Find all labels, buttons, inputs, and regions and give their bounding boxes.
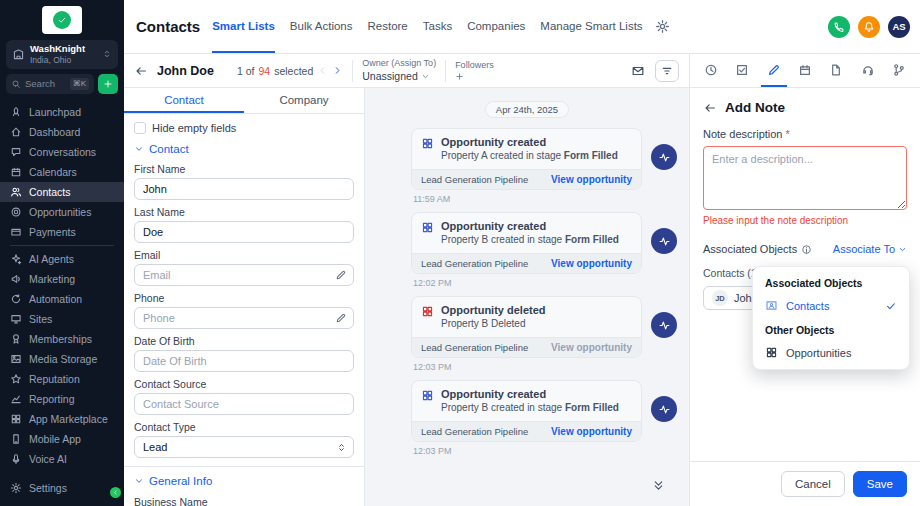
pager-count[interactable]: 94: [258, 65, 270, 77]
date-of-birth-input[interactable]: [134, 350, 354, 372]
sidebar-item-dashboard[interactable]: Dashboard: [0, 122, 124, 142]
sidebar-item-voice-ai[interactable]: Voice AI: [0, 449, 124, 469]
tab-restore[interactable]: Restore: [367, 0, 407, 53]
section-label: Contact: [149, 143, 189, 155]
smart-lists-settings-icon[interactable]: [655, 19, 670, 34]
record-area: John Doe 1 of 94 selected Owner (Assign …: [124, 54, 690, 506]
next-record-icon[interactable]: [332, 65, 343, 76]
notifications-button[interactable]: [858, 16, 880, 38]
quick-add-button[interactable]: [98, 74, 118, 94]
sidebar-item-conversations[interactable]: Conversations: [0, 142, 124, 162]
tab-history[interactable]: [698, 54, 724, 87]
save-button[interactable]: Save: [853, 471, 907, 497]
owner-select[interactable]: Owner (Assign To) Unassigned: [362, 58, 436, 82]
email-input[interactable]: [134, 264, 354, 286]
sidebar-item-reputation[interactable]: Reputation: [0, 369, 124, 389]
tab-bulk-actions[interactable]: Bulk Actions: [290, 0, 353, 53]
sidebar-item-memberships[interactable]: Memberships: [0, 329, 124, 349]
sidebar-item-media-storage[interactable]: Media Storage: [0, 349, 124, 369]
sidebar-item-opportunities[interactable]: Opportunities: [0, 202, 124, 222]
view-opportunity-link[interactable]: View opportunity: [551, 258, 632, 269]
general-info-section-toggle[interactable]: General Info: [134, 475, 354, 487]
sidebar-item-ai-agents[interactable]: AI Agents: [0, 249, 124, 269]
search-icon: [11, 79, 21, 89]
hide-empty-toggle[interactable]: Hide empty fields: [134, 122, 354, 134]
tab-company[interactable]: Company: [244, 88, 364, 113]
sidebar-item-launchpad[interactable]: Launchpad: [0, 102, 124, 122]
field-last-name: Last Name: [134, 206, 354, 243]
tab-tasks[interactable]: Tasks: [423, 0, 452, 53]
sidebar-item-mobile-app[interactable]: Mobile App: [0, 429, 124, 449]
field-label: Contact Type: [134, 421, 354, 433]
dropdown-item-contacts[interactable]: Contacts: [753, 293, 909, 318]
email-icon[interactable]: [631, 64, 645, 78]
gear-icon: [10, 482, 22, 494]
user-avatar[interactable]: AS: [888, 16, 910, 38]
sidebar-nav: LaunchpadDashboardConversationsCalendars…: [0, 100, 124, 478]
tab-notes[interactable]: [761, 54, 787, 87]
tab-contact[interactable]: Contact: [124, 88, 244, 113]
tab-support[interactable]: [855, 54, 881, 87]
sidebar-item-sites[interactable]: Sites: [0, 309, 124, 329]
tab-smart-lists[interactable]: Smart Lists: [212, 0, 275, 53]
event-subtitle: Property B created in stage Form Filled: [441, 402, 619, 413]
hide-empty-checkbox[interactable]: [134, 122, 146, 134]
event-title: Opportunity created: [441, 220, 619, 232]
back-icon[interactable]: [134, 64, 148, 78]
tab-documents[interactable]: [823, 54, 849, 87]
event-pipeline: Lead Generation Pipeline: [421, 342, 528, 353]
note-back-icon[interactable]: [703, 101, 717, 115]
cancel-button[interactable]: Cancel: [781, 471, 845, 497]
event-time: 12:03 PM: [413, 446, 642, 456]
followers-control[interactable]: Followers: [455, 60, 494, 80]
tab-connections[interactable]: [886, 54, 912, 87]
view-opportunity-link[interactable]: View opportunity: [551, 342, 632, 353]
sidebar-item-calendars[interactable]: Calendars: [0, 162, 124, 182]
workspace-switcher[interactable]: WashKnight India, Ohio: [6, 40, 118, 69]
view-opportunity-link[interactable]: View opportunity: [551, 426, 632, 437]
sidebar-item-payments[interactable]: Payments: [0, 222, 124, 242]
edit-pencil-icon[interactable]: [335, 312, 347, 324]
event-subtitle: Property B Deleted: [441, 318, 546, 329]
contact-source-input[interactable]: [134, 393, 354, 415]
agency-logo[interactable]: [42, 6, 82, 34]
tab-tasks[interactable]: [729, 54, 755, 87]
sidebar-item-label: Voice AI: [29, 453, 67, 465]
contact-type-select[interactable]: Lead: [134, 436, 354, 458]
sidebar-item-app-marketplace[interactable]: App Marketplace: [0, 409, 124, 429]
first-name-input[interactable]: [134, 178, 354, 200]
record-bar: John Doe 1 of 94 selected Owner (Assign …: [124, 54, 689, 88]
add-follower-icon[interactable]: [455, 72, 464, 81]
scroll-down-icon[interactable]: [652, 479, 665, 492]
contact-section-toggle[interactable]: Contact: [134, 143, 354, 155]
record-actions: [631, 60, 679, 82]
tab-companies[interactable]: Companies: [467, 0, 525, 53]
contact-details-panel: ContactCompany Hide empty fields Contact…: [124, 88, 365, 506]
note-description-input[interactable]: [703, 146, 907, 210]
sidebar-item-contacts[interactable]: Contacts: [0, 182, 124, 202]
phone-input[interactable]: [134, 307, 354, 329]
sidebar-item-automation[interactable]: Automation: [0, 289, 124, 309]
sidebar-item-settings[interactable]: Settings: [0, 478, 124, 498]
search-input[interactable]: Search ⌘K: [6, 74, 94, 94]
notes-icon: [767, 63, 781, 77]
associate-to-button[interactable]: Associate To: [833, 243, 907, 255]
sidebar-item-reporting[interactable]: Reporting: [0, 389, 124, 409]
phone-button[interactable]: [828, 16, 850, 38]
event-pipeline: Lead Generation Pipeline: [421, 426, 528, 437]
tab-manage-smart-lists[interactable]: Manage Smart Lists: [540, 0, 642, 53]
event-time: 12:02 PM: [413, 278, 642, 288]
prev-record-icon[interactable]: [317, 65, 328, 76]
filter-button[interactable]: [655, 60, 679, 82]
help-widget-badge[interactable]: [108, 485, 123, 500]
sidebar-item-marketing[interactable]: Marketing: [0, 269, 124, 289]
event-title: Opportunity created: [441, 388, 619, 400]
timeline-event: Opportunity deletedProperty B DeletedLea…: [411, 296, 677, 380]
edit-pencil-icon[interactable]: [335, 269, 347, 281]
view-opportunity-link[interactable]: View opportunity: [551, 174, 632, 185]
tab-appointments[interactable]: [792, 54, 818, 87]
field-first-name: First Name: [134, 163, 354, 200]
dropdown-item-opportunities[interactable]: Opportunities: [753, 340, 909, 365]
timeline-event: Opportunity createdProperty B created in…: [411, 380, 677, 464]
last-name-input[interactable]: [134, 221, 354, 243]
